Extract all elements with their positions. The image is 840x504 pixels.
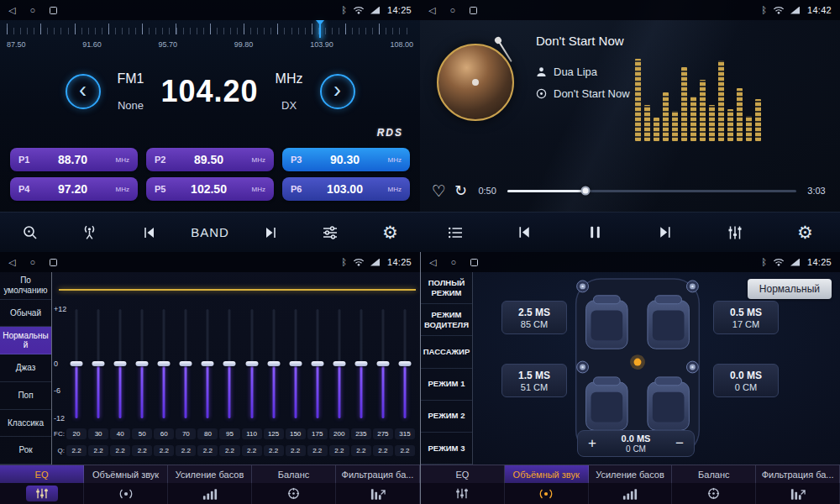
eq-band-slider[interactable] [307,309,328,418]
slider-knob[interactable] [398,361,411,366]
eq-band-slider[interactable] [328,309,350,418]
audio-tab-surround-sound[interactable]: Объёмный звук [505,465,589,483]
slider-knob[interactable] [223,361,236,366]
tune-up-button[interactable]: › [320,74,355,109]
audio-tab-subwoofer-filter[interactable]: Фильтрация ба... [336,465,420,483]
eq-preset-item[interactable]: Поп [0,382,51,410]
slider-knob[interactable] [92,361,105,366]
eq-band-slider[interactable] [372,309,394,418]
audio-tab-icon-cell[interactable] [505,483,589,504]
preset-button-p6[interactable]: P6103.00MHz [282,177,410,201]
audio-tab-subwoofer-filter[interactable]: Фильтрация ба... [756,465,840,483]
frequency-pointer[interactable] [319,22,321,38]
eq-band-slider[interactable] [109,309,131,418]
home-icon[interactable]: ○ [29,258,35,267]
delay-increase-button[interactable]: + [578,431,606,456]
preset-button-p3[interactable]: P390.30MHz [282,148,410,171]
slider-knob[interactable] [333,361,345,366]
home-icon[interactable]: ○ [29,6,35,15]
audio-tab-icon-cell[interactable] [756,483,840,504]
listening-mode-item[interactable]: ПОЛНЫЙ РЕЖИМ [421,272,472,304]
album-art[interactable] [437,44,514,121]
audio-tab-icon-cell[interactable] [672,483,756,504]
search-button[interactable] [12,216,49,249]
audio-tab-icon-cell[interactable] [589,483,673,504]
listening-mode-item[interactable]: ПАССАЖИР [421,336,472,368]
audio-tab-equalizer[interactable]: EQ [0,465,84,483]
eq-preset-item[interactable]: Классика [0,410,51,438]
audio-tab-equalizer[interactable]: EQ [421,465,505,483]
eq-preset-item[interactable]: Нормальный [0,327,51,354]
eq-band-slider[interactable] [285,309,307,418]
sound-profile-button[interactable]: Нормальный [748,279,832,299]
eq-preset-item[interactable]: По умолчанию [0,272,51,300]
eq-preset-item[interactable]: Рок [0,437,51,465]
eq-preset-item[interactable]: Джаз [0,354,51,382]
eq-band-slider[interactable] [394,309,416,418]
recents-icon[interactable] [50,259,57,266]
slider-knob[interactable] [202,361,214,366]
eq-band-slider[interactable] [350,309,372,418]
band-button[interactable]: BAND [191,216,229,249]
settings-button[interactable]: ⚙ [786,216,823,249]
delay-rear-right[interactable]: 0.0 MS 0 CM [713,364,779,397]
audio-tab-balance[interactable]: Баланс [672,465,756,483]
audio-tab-bass-boost[interactable]: Усиление басов [589,465,673,483]
recents-icon[interactable] [470,7,477,14]
audio-settings-button[interactable] [717,216,753,249]
audio-tab-balance[interactable]: Баланс [252,465,336,483]
delay-front-left[interactable]: 2.5 MS 85 CM [501,301,567,334]
slider-knob[interactable] [136,361,149,366]
eq-band-slider[interactable] [175,309,197,418]
preset-button-p4[interactable]: P497.20MHz [10,177,138,201]
delay-rear-left[interactable]: 1.5 MS 51 CM [501,364,567,397]
next-station-button[interactable] [252,216,289,249]
tune-down-button[interactable]: ‹ [66,74,101,109]
listening-mode-item[interactable]: РЕЖИМ ВОДИТЕЛЯ [421,304,472,336]
home-icon[interactable]: ○ [449,6,455,15]
next-track-button[interactable] [647,216,684,249]
slider-knob[interactable] [71,361,83,366]
listening-mode-item[interactable]: РЕЖИМ 3 [421,433,472,465]
slider-knob[interactable] [376,361,389,366]
back-icon[interactable]: ◁ [8,6,15,15]
pause-button[interactable] [576,216,613,249]
audio-tab-icon-cell[interactable] [421,483,505,504]
recents-icon[interactable] [50,7,57,14]
slider-knob[interactable] [180,361,192,366]
audio-tab-icon-cell[interactable] [0,483,84,504]
slider-knob[interactable] [267,361,280,366]
delay-front-right[interactable]: 0.5 MS 17 CM [713,301,779,334]
eq-band-slider[interactable] [241,309,263,418]
eq-band-slider[interactable] [197,309,218,418]
playlist-button[interactable] [437,216,474,249]
preset-button-p2[interactable]: P289.50MHz [146,148,274,171]
favorite-button[interactable]: ♡ [432,183,446,199]
slider-knob[interactable] [114,361,127,366]
eq-band-slider[interactable] [131,309,153,418]
audio-tab-icon-cell[interactable] [168,483,252,504]
eq-preset-item[interactable]: Обычай [0,300,51,328]
eq-band-slider[interactable] [66,309,87,418]
recents-icon[interactable] [470,259,478,266]
audio-tab-icon-cell[interactable] [84,483,168,504]
scan-broadcast-button[interactable] [71,216,108,249]
back-icon[interactable]: ◁ [429,258,436,267]
slider-knob[interactable] [245,361,258,366]
frequency-ruler[interactable]: 87.5091.6095.7099.80103.90108.00 [7,22,413,57]
eq-band-slider[interactable] [263,309,285,418]
slider-knob[interactable] [158,361,171,366]
progress-bar[interactable] [507,190,796,192]
previous-track-button[interactable] [507,216,543,249]
eq-band-slider[interactable] [153,309,175,418]
progress-knob[interactable] [580,186,590,196]
eq-band-slider[interactable] [87,309,109,418]
preset-button-p1[interactable]: P188.70MHz [10,148,138,171]
listening-mode-item[interactable]: РЕЖИМ 1 [421,369,472,401]
settings-button[interactable]: ⚙ [371,216,408,249]
previous-station-button[interactable] [131,216,168,249]
back-icon[interactable]: ◁ [428,6,435,15]
tune-options-button[interactable] [312,216,349,249]
preset-button-p5[interactable]: P5102.50MHz [146,177,274,201]
audio-tab-bass-boost[interactable]: Усиление басов [168,465,252,483]
